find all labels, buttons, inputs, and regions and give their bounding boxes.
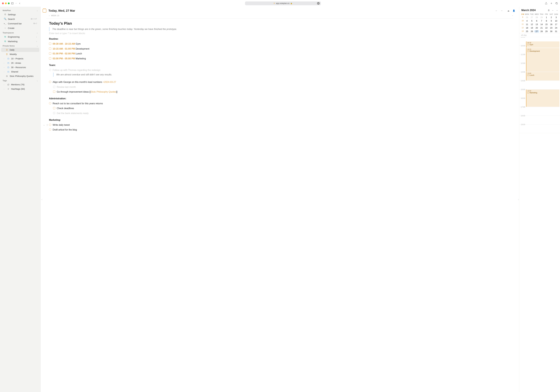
hour-row[interactable]: 14:00 — [519, 81, 560, 90]
week-number[interactable]: 10 — [521, 20, 525, 22]
subtask-review[interactable]: Review last month — [53, 85, 513, 90]
sidebar-command-bar[interactable]: ▸_ Command bar ⌘+J — [1, 21, 39, 26]
hour-row[interactable]: 17:00 — [519, 107, 560, 116]
task-done[interactable]: Follow up with Thomas regarding the rede… — [49, 68, 513, 73]
sidebar-search[interactable]: 🔍 Search ⌘+⇧+F — [1, 17, 39, 21]
tabs-icon[interactable] — [555, 2, 558, 5]
cloud-sync-icon[interactable]: ☁ — [507, 10, 510, 12]
week-number[interactable]: 12 — [521, 27, 525, 29]
team-quote[interactable]: We are almost overdue and still didn't s… — [53, 73, 513, 77]
traffic-lights[interactable] — [2, 2, 10, 4]
sidebar-teamspace-marketing[interactable]: ⧉ Marketing › — [1, 39, 39, 43]
section-marketing[interactable]: Marketing: — [49, 119, 513, 121]
calendar-day[interactable]: 27 — [534, 30, 539, 32]
calendar-event[interactable]: 10:15Development — [526, 48, 560, 72]
calendar-day[interactable]: 11 — [525, 23, 529, 26]
wiki-link[interactable]: Stoic Philosophy Quotes — [91, 90, 116, 93]
calendar-day[interactable]: 4 — [525, 20, 529, 22]
checkbox-open-icon[interactable] — [49, 129, 51, 131]
sidebar-folder-resources[interactable]: › 🗀 30 - Resources — [1, 65, 39, 70]
prev-day-button[interactable]: ← — [495, 10, 497, 12]
checkbox-open-icon[interactable] — [49, 57, 51, 60]
week-number[interactable]: 9 — [521, 16, 525, 19]
subtask-deadlines[interactable]: Check deadlines — [53, 106, 513, 111]
timeline[interactable]: 09:0010:0011:0012:0013:0014:0015:0016:00… — [519, 37, 560, 392]
checkbox-open-icon[interactable] — [49, 52, 51, 55]
sidebar-note-daily[interactable]: 🗓 Daily — [1, 48, 39, 52]
calendar-day[interactable]: 6 — [534, 20, 539, 22]
calendar-day[interactable]: 26 — [525, 16, 529, 19]
routine-task[interactable]: 03:00 PM - 05:00 PM Marketing — [49, 56, 513, 61]
calendar-day[interactable]: 13 — [534, 23, 539, 26]
calendar-day[interactable]: 16 — [549, 23, 554, 26]
calendar-event[interactable]: 15:00Marketing — [526, 90, 560, 107]
calendar-day[interactable]: 8 — [544, 20, 549, 22]
calendar-day[interactable]: 18 — [525, 27, 529, 29]
sidebar-tag-hashtags[interactable]: › # Hashtags (84) — [1, 87, 39, 91]
share-icon[interactable] — [545, 2, 548, 5]
calendar-day[interactable]: 5 — [529, 20, 534, 22]
calendar-day[interactable]: 29 — [544, 30, 549, 32]
hour-row[interactable]: 18:00 — [519, 116, 560, 125]
sidebar-app-header[interactable]: NotePlan ⌄ — [0, 8, 40, 12]
calendar-day[interactable]: 30 — [549, 30, 554, 32]
new-tab-icon[interactable] — [550, 2, 553, 5]
site-menu-icon[interactable]: ••• — [317, 2, 320, 5]
chevron-down-icon[interactable] — [15, 2, 17, 5]
sidebar-note-weekly[interactable]: 🗓 Weekly — [1, 52, 39, 56]
intro-quote[interactable]: The deadline is near but things are in t… — [49, 27, 513, 31]
sidebar-settings[interactable]: ⚙ Settings — [1, 12, 39, 17]
calendar-day[interactable]: 23 — [549, 27, 554, 29]
checkbox-open-icon[interactable] — [49, 43, 51, 45]
date-link[interactable]: >2024-03-27 — [103, 81, 116, 83]
sidebar-section-tags[interactable]: Tags ⌄ — [0, 78, 40, 82]
task-tax[interactable]: Reach out to tax consultant for this yea… — [49, 101, 513, 106]
add-line-icon[interactable]: ＋ — [43, 123, 45, 127]
routine-task[interactable]: 09:30 AM - 10:15 AM Gym — [49, 41, 513, 46]
calendar-day[interactable]: 1 — [544, 16, 549, 19]
sidebar-folder-areas[interactable]: › 🗀 20 - Areas — [1, 61, 39, 65]
section-team[interactable]: Team: — [49, 64, 513, 67]
task-align[interactable]: Align with George on this month's lead n… — [49, 80, 513, 85]
calendar-day[interactable]: 15 — [544, 23, 549, 26]
open-week-icon[interactable]: → — [511, 15, 513, 17]
chevron-right-icon[interactable]: › — [4, 71, 6, 73]
calendar-event[interactable]: 13:00Lunch — [526, 72, 560, 80]
checkbox-open-icon[interactable] — [49, 81, 51, 83]
chevron-right-icon[interactable]: › — [4, 58, 6, 60]
calendar-day[interactable]: 31 — [554, 30, 559, 32]
routine-task[interactable]: 01:00 PM - 02:00 PM Lunch — [49, 51, 513, 56]
sidebar-folder-projects[interactable]: › 🗀 10 - Projects — [1, 56, 39, 61]
section-routine[interactable]: Routine: — [49, 38, 513, 40]
calendar-day[interactable]: 19 — [529, 27, 534, 29]
sidebar-section-private[interactable]: Private Notes ⌄ — [0, 44, 40, 48]
next-day-button[interactable]: → — [501, 10, 503, 12]
week-number[interactable]: 13 — [521, 30, 525, 32]
checkbox-open-icon[interactable] — [53, 90, 55, 93]
sidebar-folder-shared[interactable]: › 🗀 Shared — [1, 70, 39, 74]
editor-placeholder[interactable]: Enter text or type '/' to insert blocks — [49, 32, 513, 35]
allday-row[interactable]: all-day — [519, 33, 560, 37]
drag-handle-icon[interactable]: ⠿ — [46, 123, 48, 127]
calendar-day[interactable]: 3 — [554, 16, 559, 19]
calendar-day[interactable]: 20 — [534, 27, 539, 29]
checkbox-open-icon[interactable] — [49, 102, 51, 104]
checkbox-done-icon[interactable] — [53, 86, 55, 88]
editor-body[interactable]: Today's Plan The deadline is near but th… — [40, 19, 519, 392]
calendar-day[interactable]: 24 — [554, 27, 559, 29]
sidebar-create[interactable]: ＋ Create — [1, 26, 39, 30]
routine-task[interactable]: 10:15 AM - 01:00 PM Development — [49, 46, 513, 51]
checkbox-open-icon[interactable] — [49, 48, 51, 50]
back-icon[interactable] — [18, 2, 21, 5]
checkbox-cancelled-icon[interactable] — [53, 112, 55, 114]
user-icon[interactable]: 👤 — [513, 10, 515, 12]
calendar-day[interactable]: 22 — [544, 27, 549, 29]
sidebar-section-teamspaces[interactable]: Teamspaces ⌄ — [0, 30, 40, 34]
section-admin[interactable]: Administration: — [49, 97, 513, 100]
chevron-right-icon[interactable]: › — [4, 67, 6, 68]
sidebar-tag-mentions[interactable]: › @ Mentions (76) — [1, 82, 39, 87]
calendar-day[interactable]: 14 — [539, 23, 544, 26]
calendar-day[interactable]: 17 — [554, 23, 559, 26]
calendar-day[interactable]: 29 — [539, 16, 544, 19]
next-month-button[interactable]: → — [556, 9, 558, 11]
